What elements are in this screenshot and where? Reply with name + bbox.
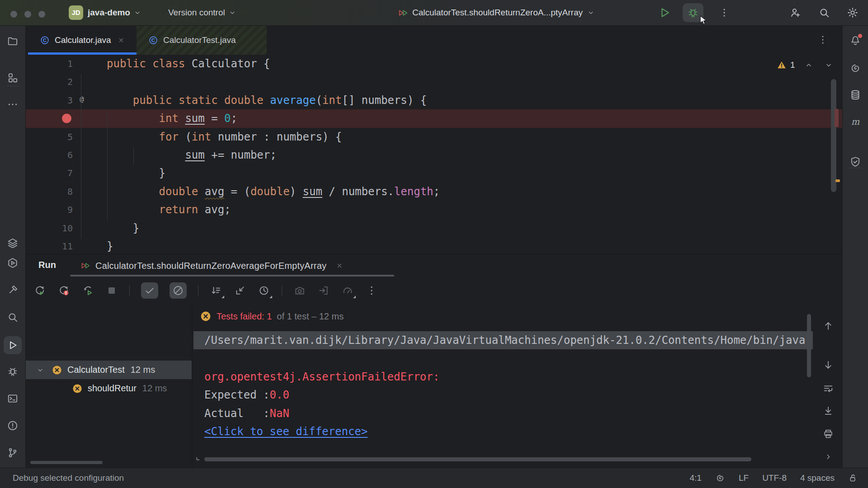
stop-button[interactable]: [105, 284, 118, 297]
editor-scrollbar[interactable]: [831, 79, 836, 192]
gutter[interactable]: 7: [25, 164, 93, 182]
gutter[interactable]: 1: [25, 55, 93, 73]
gutter[interactable]: 10: [25, 219, 93, 237]
window-maximize-button[interactable]: [38, 11, 45, 18]
settings-button[interactable]: [847, 7, 859, 19]
code-line-8[interactable]: 8 double avg = (double) sum / numbers.le…: [25, 183, 843, 201]
sidebar-item-find[interactable]: [7, 311, 19, 325]
scroll-to-end-button[interactable]: [823, 405, 834, 418]
sort-tests-button[interactable]: [210, 284, 222, 297]
export-results-button[interactable]: [317, 284, 330, 297]
sidebar-item-problems[interactable]: [7, 420, 19, 433]
sidebar-item-database[interactable]: [849, 89, 861, 103]
inspections-widget[interactable]: 1: [777, 60, 833, 70]
vcs-widget[interactable]: Version control: [168, 5, 236, 20]
gutter[interactable]: 6: [25, 146, 93, 164]
rerun-failed-tests-button[interactable]: [57, 284, 70, 297]
test-tree-row-1[interactable]: CalculatorTest12 ms: [25, 361, 192, 379]
show-passed-button[interactable]: [141, 282, 158, 299]
sidebar-item-run[interactable]: [4, 336, 22, 354]
sidebar-item-structure[interactable]: [7, 72, 19, 85]
gutter[interactable]: 9: [25, 201, 93, 219]
soft-wrap-button[interactable]: [823, 383, 834, 396]
sidebar-item-more-tool-windows[interactable]: [7, 99, 19, 112]
annotation-icon[interactable]: @: [77, 94, 87, 104]
scroll-up-button[interactable]: [823, 320, 834, 333]
error-stripe-warning-mark[interactable]: [835, 179, 840, 182]
console-horizontal-scrollbar[interactable]: [204, 457, 751, 461]
console-line-6[interactable]: <Click to see difference>: [193, 422, 814, 441]
code-line-11[interactable]: 11}: [25, 237, 843, 254]
run-configuration-selector[interactable]: CalculatorTest.shouldReturnZeroA...ptyAr…: [398, 5, 595, 20]
expand-button[interactable]: [824, 452, 833, 463]
code-line-9[interactable]: 9 return avg;: [25, 201, 843, 219]
tab-options-button[interactable]: [817, 34, 828, 45]
more-options-button[interactable]: [365, 284, 378, 297]
next-problem-button[interactable]: [824, 61, 833, 70]
status-caret-position[interactable]: 4:1: [690, 473, 702, 483]
close-icon[interactable]: [118, 37, 125, 44]
gutter[interactable]: 5: [25, 128, 93, 146]
expand-chevron-icon[interactable]: [36, 366, 44, 374]
gutter[interactable]: [25, 109, 93, 127]
window-minimize-button[interactable]: [24, 11, 31, 18]
sidebar-item-maven[interactable]: m: [849, 116, 861, 130]
close-icon[interactable]: [336, 262, 343, 269]
sidebar-item-version-control[interactable]: [7, 447, 19, 460]
code-line-6[interactable]: 6 sum += number;: [25, 146, 843, 164]
status-encoding[interactable]: UTF-8: [762, 473, 787, 483]
sidebar-item-bookmarks[interactable]: [7, 237, 19, 251]
tree-horizontal-scrollbar[interactable]: [30, 461, 103, 464]
code-line-3[interactable]: 3@ public static double average(int[] nu…: [25, 91, 843, 109]
previous-problem-button[interactable]: [804, 61, 813, 70]
sidebar-item-build[interactable]: [7, 284, 19, 298]
gutter[interactable]: 2: [25, 73, 93, 91]
status-indent[interactable]: 4 spaces: [800, 473, 835, 483]
scroll-down-button[interactable]: [823, 360, 834, 373]
code-line-5[interactable]: 5 for (int number : numbers) {: [25, 128, 843, 146]
editor-tab-2[interactable]: CCalculatorTest.java: [137, 25, 267, 55]
window-controls[interactable]: [10, 11, 45, 18]
code-line-1[interactable]: 1public class Calculator {: [25, 55, 843, 73]
code-line-10[interactable]: 10 }: [25, 219, 843, 237]
sidebar-item-project[interactable]: [7, 35, 19, 49]
editor-tab-1[interactable]: CCalculator.java: [28, 25, 137, 55]
sidebar-item-dependencies[interactable]: [849, 156, 861, 169]
snapshot-button[interactable]: [293, 284, 306, 297]
code-editor[interactable]: 1public class Calculator {23@ public sta…: [25, 55, 843, 254]
gutter[interactable]: 8: [25, 183, 93, 201]
more-actions-button[interactable]: [719, 7, 730, 18]
breakpoint-icon[interactable]: [62, 114, 71, 123]
project-selector[interactable]: java-demo: [88, 5, 142, 20]
gutter[interactable]: 11: [25, 237, 93, 254]
console-vertical-scrollbar[interactable]: [807, 314, 811, 377]
print-button[interactable]: [823, 428, 834, 441]
search-everywhere-button[interactable]: [818, 7, 830, 19]
show-ignored-button[interactable]: [170, 282, 187, 299]
ai-status-icon[interactable]: [715, 473, 725, 483]
run-button[interactable]: [658, 6, 671, 19]
sidebar-item-ai-assistant[interactable]: [849, 62, 861, 76]
see-difference-link[interactable]: <Click to see difference>: [204, 425, 368, 438]
test-tree-row-2[interactable]: shouldRetur12 ms: [25, 379, 192, 398]
status-line-separator[interactable]: LF: [739, 473, 749, 483]
code-line-4[interactable]: int sum = 0;: [25, 109, 843, 127]
sidebar-item-terminal[interactable]: [7, 393, 19, 406]
gutter[interactable]: 3@: [25, 91, 93, 109]
sidebar-item-notifications[interactable]: [849, 35, 861, 48]
project-avatar[interactable]: JD: [69, 5, 83, 20]
expand-chevron-icon[interactable]: [193, 453, 203, 465]
code-line-7[interactable]: 7 }: [25, 164, 843, 182]
error-stripe-breakpoint-mark[interactable]: [835, 109, 839, 127]
window-close-button[interactable]: [10, 11, 17, 18]
profile-button[interactable]: [341, 284, 354, 297]
code-with-me-button[interactable]: [789, 7, 801, 19]
run-tab[interactable]: CalculatorTest.shouldReturnZeroAverageFo…: [80, 257, 343, 274]
toggle-auto-test-button[interactable]: [81, 284, 94, 297]
sidebar-item-services[interactable]: [7, 257, 19, 271]
sort-by-duration-button[interactable]: [258, 284, 270, 297]
sidebar-item-debug[interactable]: [7, 366, 19, 379]
rerun-button[interactable]: [33, 284, 46, 297]
test-console[interactable]: Tests failed: 1 of 1 test – 12 ms /Users…: [193, 305, 814, 469]
collapse-all-button[interactable]: [234, 284, 246, 297]
